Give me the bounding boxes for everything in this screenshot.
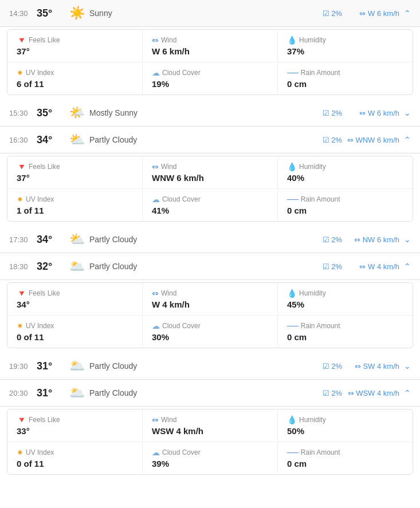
hour-desc: Partly Cloudy <box>87 361 308 371</box>
rain-amount-icon: ── <box>287 448 299 457</box>
uv-label: ✷ UV Index <box>17 68 133 77</box>
hour-row[interactable]: 14:30 35° ☀️ Sunny ☑ 2% ⇔ W 6 km/h ⌃ <box>0 0 420 27</box>
rain-percent: ☑ 2% <box>308 136 342 144</box>
hour-row[interactable]: 16:30 34° ⛅ Partly Cloudy ☑ 2% ⇔ WNW 6 k… <box>0 127 420 153</box>
hour-time: 16:30 <box>9 136 37 144</box>
detail-panel: 🔻 Feels Like 34° ⇔ Wind W 4 km/h 💧 Hum <box>7 282 413 348</box>
expand-chevron[interactable]: ⌄ <box>399 361 411 371</box>
weather-icon: ⛅ <box>66 132 87 147</box>
rain-amount-cell: ── Rain Amount 0 cm <box>278 316 413 348</box>
feels-like-label: 🔻 Feels Like <box>17 162 133 171</box>
expand-chevron[interactable]: ⌃ <box>399 9 411 18</box>
wind-speed: ⇔ W 6 km/h <box>342 9 399 18</box>
wind-label: ⇔ Wind <box>152 289 268 298</box>
rain-percent: ☑ 2% <box>308 9 342 18</box>
cloud-icon: ☁ <box>152 321 160 330</box>
hour-row[interactable]: 18:30 32° 🌥️ Partly Cloudy ☑ 2% ⇔ W 4 km… <box>0 253 420 280</box>
hour-time: 20:30 <box>9 389 37 397</box>
rain-percent: ☑ 2% <box>308 109 342 117</box>
wind-label: ⇔ Wind <box>152 415 268 424</box>
humidity-icon: 💧 <box>287 162 297 171</box>
wind-icon: ⇔ <box>152 36 159 45</box>
thermometer-icon: 🔻 <box>17 162 26 171</box>
detail-panel: 🔻 Feels Like 37° ⇔ Wind W 6 km/h 💧 Hum <box>7 29 413 95</box>
uv-cell: ✷ UV Index 0 of 11 <box>7 442 143 474</box>
rain-amount-label: ── Rain Amount <box>287 195 403 204</box>
hour-time: 17:30 <box>9 235 37 244</box>
rain-amount-icon: ── <box>287 321 299 330</box>
rain-amount-icon: ── <box>287 195 299 204</box>
cloud-icon: ☁ <box>152 68 160 77</box>
wind-cell: ⇔ Wind WNW 6 km/h <box>143 156 278 188</box>
weather-icon: 🌥️ <box>66 359 87 373</box>
hour-temp: 35° <box>37 107 66 119</box>
hour-desc: Mostly Sunny <box>87 108 308 117</box>
feels-like-cell: 🔻 Feels Like 34° <box>7 283 143 315</box>
detail-row-bottom: ✷ UV Index 6 of 11 ☁ Cloud Cover 19% ── <box>7 62 413 94</box>
hour-row[interactable]: 20:30 31° 🌥️ Partly Cloudy ☑ 2% ⇔ WSW 4 … <box>0 380 420 407</box>
hour-row[interactable]: 17:30 34° ⛅ Partly Cloudy ☑ 2% ⇔ NW 6 km… <box>0 226 420 253</box>
feels-like-cell: 🔻 Feels Like 33° <box>7 409 143 442</box>
hour-time: 14:30 <box>9 9 37 18</box>
thermometer-icon: 🔻 <box>17 415 26 424</box>
humidity-label: 💧 Humidity <box>287 289 403 298</box>
wind-speed: ⇔ W 4 km/h <box>342 262 399 271</box>
wind-speed: ⇔ WNW 6 km/h <box>342 136 399 144</box>
expand-chevron[interactable]: ⌄ <box>399 235 411 244</box>
humidity-cell: 💧 Humidity 40% <box>278 156 413 188</box>
rain-amount-label: ── Rain Amount <box>287 321 403 330</box>
wind-icon: ⇔ <box>152 415 159 424</box>
feels-like-value: 33° <box>17 426 133 436</box>
expand-chevron[interactable]: ⌃ <box>399 135 411 144</box>
wind-value: W 4 km/h <box>152 300 268 309</box>
weather-icon: ☀️ <box>66 6 87 21</box>
rain-percent: ☑ 2% <box>308 235 342 244</box>
rain-percent: ☑ 2% <box>308 362 342 371</box>
rain-percent: ☑ 2% <box>308 389 342 397</box>
wind-speed: ⇔ NW 6 km/h <box>342 235 399 244</box>
expand-chevron[interactable]: ⌃ <box>399 388 411 397</box>
wind-label: ⇔ Wind <box>152 162 268 171</box>
wind-icon: ⇔ <box>152 162 159 171</box>
cloud-cell: ☁ Cloud Cover 41% <box>143 189 278 221</box>
uv-icon: ✷ <box>17 195 23 204</box>
feels-like-cell: 🔻 Feels Like 37° <box>7 30 143 62</box>
humidity-label: 💧 Humidity <box>287 36 403 45</box>
cloud-label: ☁ Cloud Cover <box>152 321 268 330</box>
wind-icon: ⇔ <box>152 289 159 298</box>
uv-cell: ✷ UV Index 6 of 11 <box>7 62 143 94</box>
hour-temp: 34° <box>37 234 66 246</box>
weather-container: 14:30 35° ☀️ Sunny ☑ 2% ⇔ W 6 km/h ⌃ 🔻 F… <box>0 0 420 475</box>
rain-amount-cell: ── Rain Amount 0 cm <box>278 442 413 474</box>
uv-label: ✷ UV Index <box>17 195 133 204</box>
uv-cell: ✷ UV Index 1 of 11 <box>7 189 143 221</box>
wind-speed: ⇔ SW 4 km/h <box>342 362 399 371</box>
cloud-cell: ☁ Cloud Cover 19% <box>143 62 278 94</box>
weather-icon: ⛅ <box>66 232 87 247</box>
cloud-icon: ☁ <box>152 195 160 204</box>
humidity-value: 50% <box>287 426 403 436</box>
expand-chevron[interactable]: ⌄ <box>399 108 411 117</box>
humidity-value: 37% <box>287 46 403 56</box>
detail-row-top: 🔻 Feels Like 33° ⇔ Wind WSW 4 km/h 💧 H <box>7 409 413 442</box>
uv-label: ✷ UV Index <box>17 448 133 457</box>
humidity-cell: 💧 Humidity 45% <box>278 283 413 315</box>
hour-row[interactable]: 15:30 35° 🌤️ Mostly Sunny ☑ 2% ⇔ W 6 km/… <box>0 100 420 127</box>
feels-like-cell: 🔻 Feels Like 37° <box>7 156 143 188</box>
uv-cell: ✷ UV Index 0 of 11 <box>7 316 143 348</box>
uv-icon: ✷ <box>17 321 23 330</box>
humidity-label: 💧 Humidity <box>287 162 403 171</box>
humidity-icon: 💧 <box>287 289 297 298</box>
detail-row-bottom: ✷ UV Index 0 of 11 ☁ Cloud Cover 30% ── <box>7 316 413 348</box>
hour-temp: 31° <box>37 360 66 372</box>
hour-temp: 34° <box>37 134 66 146</box>
rain-amount-value: 0 cm <box>287 459 403 468</box>
humidity-value: 40% <box>287 173 403 183</box>
humidity-icon: 💧 <box>287 36 297 45</box>
hour-desc: Partly Cloudy <box>87 262 308 271</box>
feels-like-label: 🔻 Feels Like <box>17 36 133 45</box>
hour-row[interactable]: 19:30 31° 🌥️ Partly Cloudy ☑ 2% ⇔ SW 4 k… <box>0 353 420 380</box>
wind-value: WSW 4 km/h <box>152 426 268 436</box>
uv-icon: ✷ <box>17 68 23 77</box>
expand-chevron[interactable]: ⌃ <box>399 262 411 271</box>
